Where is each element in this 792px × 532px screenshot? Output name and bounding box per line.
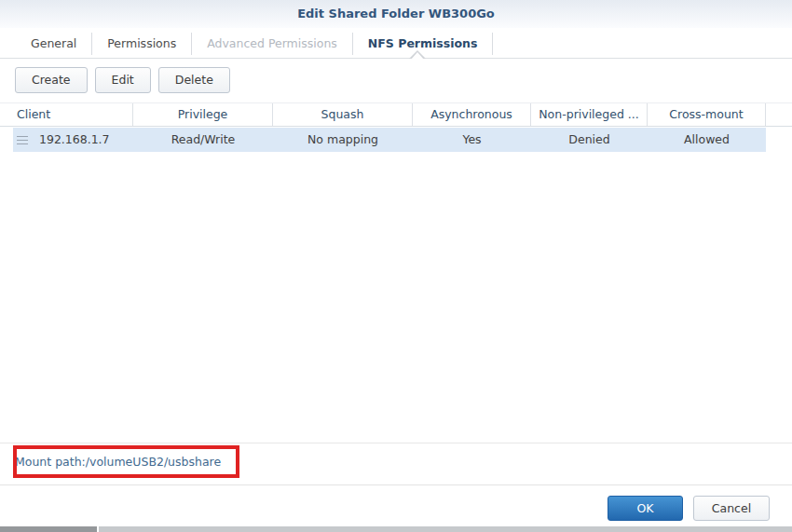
active-tab-caret-fill [411, 52, 424, 60]
cell-non-privileged: Denied [531, 128, 648, 152]
client-value: 192.168.1.7 [39, 128, 110, 152]
dialog-titlebar: Edit Shared Folder WB300Go [0, 0, 792, 28]
delete-button[interactable]: Delete [158, 67, 230, 93]
cancel-button[interactable]: Cancel [693, 496, 770, 521]
column-header-squash[interactable]: Squash [273, 103, 413, 126]
mount-path-label: Mount path:/volumeUSB2/usbshare [15, 455, 221, 469]
cell-asynchronous: Yes [413, 128, 531, 152]
drag-handle-icon[interactable] [17, 136, 28, 144]
column-header-privilege[interactable]: Privilege [133, 103, 273, 126]
column-header-cross-mount[interactable]: Cross-mount [648, 103, 766, 126]
tab-separator [492, 33, 493, 55]
mount-path-divider [0, 443, 792, 443]
column-header-client[interactable]: Client [0, 103, 133, 126]
nfs-toolbar: Create Edit Delete [15, 67, 230, 93]
tab-underline [0, 58, 792, 59]
column-header-filler [766, 103, 792, 126]
create-button[interactable]: Create [15, 67, 88, 93]
cell-privilege: Read/Write [133, 128, 273, 152]
dialog-title: Edit Shared Folder WB300Go [0, 0, 792, 28]
tab-bar: General Permissions Advanced Permissions… [0, 28, 792, 59]
red-annotation-rectangle: Mount path:/volumeUSB2/usbshare [13, 445, 239, 478]
window-bottom-edge-dark [0, 526, 97, 532]
cell-squash: No mapping [273, 128, 413, 152]
table-header: Client Privilege Squash Asynchronous Non… [0, 102, 792, 127]
edit-shared-folder-dialog: Edit Shared Folder WB300Go General Permi… [0, 0, 792, 532]
column-header-non-privileged[interactable]: Non-privileged ... [531, 103, 648, 126]
tab-permissions[interactable]: Permissions [92, 28, 191, 59]
window-bottom-edge-light [99, 526, 792, 532]
column-header-asynchronous[interactable]: Asynchronous [413, 103, 531, 126]
cell-cross-mount: Allowed [648, 128, 766, 152]
tab-advanced-permissions: Advanced Permissions [192, 28, 352, 59]
edit-button[interactable]: Edit [95, 67, 151, 93]
tab-general[interactable]: General [16, 28, 91, 59]
table-row[interactable]: 192.168.1.7 Read/Write No mapping Yes De… [13, 128, 766, 152]
nfs-rules-table: Client Privilege Squash Asynchronous Non… [0, 102, 792, 127]
footer-divider [0, 484, 792, 485]
ok-button[interactable]: OK [608, 496, 683, 521]
cell-client: 192.168.1.7 [13, 128, 133, 152]
